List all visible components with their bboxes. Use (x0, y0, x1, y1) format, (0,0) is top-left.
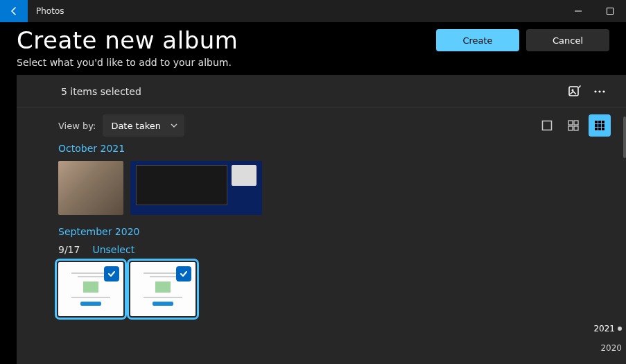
viewbar: View by: Date taken (17, 108, 626, 143)
back-button[interactable] (0, 0, 28, 22)
photo-thumbnail[interactable] (58, 161, 123, 215)
view-small-icon (594, 120, 605, 131)
svg-rect-13 (598, 121, 601, 123)
view-medium-icon (568, 120, 579, 131)
image-tool-button[interactable] (562, 79, 587, 104)
more-horizontal-icon (593, 85, 607, 98)
content-panel: 5 items selected View by: Date taken (17, 75, 626, 364)
cancel-button[interactable]: Cancel (526, 29, 609, 51)
svg-rect-14 (602, 121, 605, 123)
photo-group: October 2021 (58, 143, 584, 215)
svg-rect-17 (602, 124, 605, 127)
selection-bar: 5 items selected (17, 75, 626, 108)
svg-rect-9 (574, 121, 578, 125)
svg-rect-12 (595, 121, 598, 123)
viewby-label: View by: (58, 121, 96, 131)
svg-rect-11 (574, 126, 578, 130)
view-medium-button[interactable] (562, 114, 584, 137)
group-title[interactable]: October 2021 (58, 143, 584, 154)
selection-check (104, 266, 119, 281)
more-button[interactable] (587, 79, 612, 104)
year-marker[interactable]: 2021 (593, 324, 622, 333)
view-small-button[interactable] (589, 114, 611, 137)
photo-group: September 2020 9/17 Unselect (58, 226, 584, 316)
svg-rect-18 (595, 128, 598, 130)
svg-rect-7 (543, 121, 552, 130)
minimize-icon (575, 8, 582, 15)
page-subtitle: Select what you'd like to add to your al… (0, 54, 626, 75)
svg-rect-8 (568, 121, 573, 125)
unselect-link[interactable]: Unselect (92, 244, 134, 255)
selection-count: 5 items selected (61, 86, 141, 97)
svg-rect-20 (602, 128, 605, 130)
view-large-icon (541, 120, 553, 131)
photo-thumbnail[interactable] (58, 262, 123, 316)
svg-point-5 (598, 90, 600, 92)
photo-thumbnail[interactable] (130, 161, 262, 215)
svg-rect-19 (598, 128, 601, 130)
page-title: Create new album (17, 26, 238, 54)
arrow-left-icon (8, 6, 19, 17)
svg-rect-15 (595, 124, 598, 127)
view-large-button[interactable] (536, 114, 558, 137)
check-icon (179, 269, 189, 279)
svg-point-4 (594, 90, 596, 92)
maximize-button[interactable] (594, 0, 626, 22)
minimize-button[interactable] (562, 0, 594, 22)
photo-thumbnail[interactable] (130, 262, 195, 316)
window-controls (562, 0, 626, 22)
image-edit-icon (568, 85, 582, 98)
svg-rect-10 (568, 126, 573, 130)
check-icon (107, 269, 116, 279)
app-title: Photos (36, 6, 64, 16)
chevron-down-icon (171, 122, 177, 129)
viewby-dropdown-value: Date taken (111, 121, 161, 131)
selection-check (176, 266, 191, 281)
titlebar: Photos (0, 0, 626, 22)
group-date: 9/17 (58, 244, 80, 255)
photo-scroll-area[interactable]: October 2021 September 2020 9/17 Unselec… (17, 143, 626, 364)
viewby-dropdown[interactable]: Date taken (103, 114, 184, 137)
year-dot-icon (618, 327, 622, 331)
year-scrubber[interactable]: 2021 2020 (593, 324, 622, 353)
header: Create new album Create Cancel (0, 22, 626, 54)
svg-rect-1 (607, 8, 614, 15)
maximize-icon (607, 8, 614, 15)
svg-point-6 (602, 90, 605, 92)
create-button[interactable]: Create (436, 29, 519, 51)
year-marker[interactable]: 2020 (600, 343, 622, 353)
group-title[interactable]: September 2020 (58, 226, 584, 237)
svg-rect-16 (598, 124, 601, 127)
scrollbar[interactable] (623, 116, 626, 158)
